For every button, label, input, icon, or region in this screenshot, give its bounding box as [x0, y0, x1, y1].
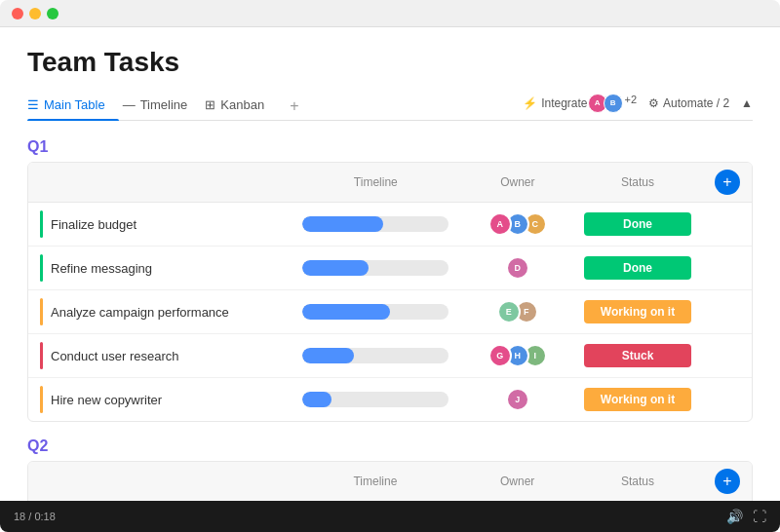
tab-main-table-label: Main Table	[44, 97, 105, 112]
row-actions	[703, 247, 752, 290]
fullscreen-icon[interactable]: ⛶	[753, 509, 766, 524]
row-actions	[703, 290, 752, 334]
row-actions	[703, 334, 752, 378]
task-name-cell: Analyze campaign performance	[28, 290, 289, 334]
task-color-bar	[40, 210, 43, 238]
table-row[interactable]: Conduct user researchGHIStuck	[28, 334, 752, 378]
tab-kanban[interactable]: ⊞ Kanban	[205, 92, 278, 120]
page-title: Team Tasks	[27, 47, 753, 78]
tabs-bar: ☰ Main Table — Timeline ⊞ Kanban + ⚡ Int…	[27, 92, 753, 121]
bottom-icons: 🔊 ⛶	[726, 509, 766, 524]
owner-cell: GHI	[463, 334, 572, 378]
status-badge: Stuck	[584, 344, 691, 367]
task-name: Conduct user research	[51, 349, 179, 363]
section-q1-header: Q1	[27, 138, 753, 156]
task-name-cell: Finalize budget	[28, 203, 289, 247]
section-q2-title: Q2	[27, 437, 48, 455]
col-task	[28, 163, 289, 203]
add-row-button-q1[interactable]: +	[715, 170, 740, 195]
timeline-cell	[289, 203, 463, 247]
task-color-bar	[40, 342, 43, 369]
task-name: Refine messaging	[51, 261, 152, 276]
task-name-cell: Refine messaging	[28, 247, 289, 290]
section-q2: Q2 Timeline Owner Status + Launch iOS ap…	[27, 437, 753, 501]
owner-avatar: J	[506, 388, 529, 411]
timeline-fill	[302, 348, 354, 363]
tab-kanban-label: Kanban	[220, 97, 264, 112]
title-bar	[0, 0, 780, 27]
timeline-fill	[302, 304, 390, 320]
timeline-track	[302, 304, 448, 320]
close-button[interactable]	[12, 8, 23, 19]
timeline-fill	[302, 216, 383, 232]
status-cell: Stuck	[572, 334, 703, 378]
section-q1-title: Q1	[27, 138, 48, 156]
main-content: Team Tasks ☰ Main Table — Timeline ⊞ Kan…	[0, 27, 780, 501]
timeline-cell	[289, 334, 463, 378]
row-actions	[703, 203, 752, 247]
status-cell: Done	[572, 203, 703, 247]
timeline-icon: —	[123, 97, 136, 112]
row-actions	[703, 378, 752, 421]
q2-table: Timeline Owner Status + Launch iOS appAB…	[27, 461, 753, 501]
automate-icon: ⚙	[648, 96, 659, 110]
col-status-q2: Status	[572, 462, 703, 501]
col-status: Status	[572, 163, 703, 203]
status-badge: Working on it	[584, 300, 691, 323]
owner-avatar: D	[506, 256, 529, 280]
status-badge: Done	[584, 212, 691, 236]
q1-table: Timeline Owner Status + Finalize budgetA…	[27, 162, 753, 422]
tab-main-table[interactable]: ☰ Main Table	[27, 92, 119, 120]
add-row-button-q2[interactable]: +	[715, 469, 740, 494]
owner-avatars: EF	[475, 300, 561, 323]
automate-label: Automate / 2	[663, 96, 729, 110]
col-owner-q2: Owner	[462, 462, 572, 501]
add-tab-button[interactable]: +	[282, 97, 306, 115]
timeline-track	[302, 348, 448, 363]
task-color-bar	[40, 386, 43, 413]
timeline-fill	[302, 260, 369, 276]
kanban-icon: ⊞	[205, 97, 215, 112]
table-row[interactable]: Refine messagingDDone	[28, 247, 752, 290]
automate-button[interactable]: ⚙ Automate / 2	[648, 96, 729, 110]
volume-icon[interactable]: 🔊	[726, 509, 743, 524]
section-q1: Q1 Timeline Owner Status + Finalize budg…	[27, 138, 753, 422]
integrate-icon: ⚡	[523, 96, 537, 110]
col-timeline-q2: Timeline	[289, 462, 463, 501]
table-row[interactable]: Finalize budgetABCDone	[28, 203, 752, 247]
owner-avatar: G	[488, 344, 512, 367]
task-name: Finalize budget	[51, 217, 136, 232]
avatar-stack: A B +2	[592, 94, 638, 113]
owner-cell: ABC	[463, 203, 572, 247]
toolbar-right: ⚡ Integrate A B +2 ⚙ Automate / 2 ▲	[523, 94, 753, 119]
owner-avatar: A	[488, 212, 512, 236]
task-color-bar	[40, 298, 43, 325]
integrate-label: Integrate	[541, 96, 587, 110]
maximize-button[interactable]	[47, 8, 58, 19]
table-row[interactable]: Hire new copywriterJWorking on it	[28, 378, 752, 421]
q1-table-header: Timeline Owner Status +	[28, 163, 752, 203]
timeline-track	[302, 260, 448, 276]
minimize-button[interactable]	[29, 8, 41, 19]
owner-avatars: GHI	[475, 344, 561, 367]
task-name: Hire new copywriter	[51, 393, 162, 407]
status-cell: Done	[572, 247, 703, 290]
video-time: 18 / 0:18	[14, 511, 56, 522]
collapse-icon[interactable]: ▲	[741, 96, 753, 110]
tab-timeline[interactable]: — Timeline	[123, 92, 202, 120]
status-badge: Working on it	[584, 388, 691, 411]
owner-cell: J	[463, 378, 572, 421]
status-badge: Done	[584, 256, 691, 280]
col-task-q2	[28, 462, 289, 501]
status-cell: Working on it	[572, 290, 703, 334]
integrate-button[interactable]: ⚡ Integrate A B +2	[523, 94, 637, 113]
timeline-cell	[289, 378, 463, 421]
timeline-cell	[289, 290, 463, 334]
table-row[interactable]: Analyze campaign performanceEFWorking on…	[28, 290, 752, 334]
main-table-icon: ☰	[27, 97, 39, 112]
bottom-bar: 18 / 0:18 🔊 ⛶	[0, 501, 780, 532]
owner-avatars: ABC	[475, 212, 561, 236]
task-name-cell: Hire new copywriter	[28, 378, 289, 421]
col-owner: Owner	[463, 163, 572, 203]
timeline-track	[302, 216, 448, 232]
